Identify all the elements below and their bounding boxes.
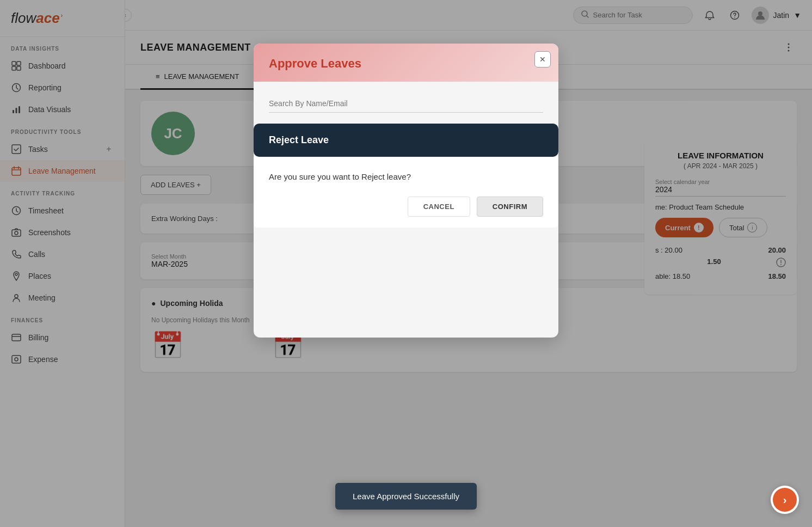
approve-modal-title: Approve Leaves [269, 57, 543, 71]
confirm-button[interactable]: CONFIRM [477, 197, 543, 217]
flowace-fab[interactable]: › [771, 486, 799, 514]
modal-overlay: Approve Leaves ✕ Reject Leave Are you su… [0, 0, 812, 527]
confirm-question: Are you sure you want to Reject leave? [269, 172, 543, 181]
toast-notification: Leave Approved Successfully [335, 483, 477, 510]
approve-modal-body: Reject Leave Are you sure you want to Re… [254, 82, 558, 241]
flowace-fab-inner: › [773, 488, 797, 512]
confirm-buttons: CANCEL CONFIRM [269, 197, 543, 217]
cancel-button[interactable]: CANCEL [408, 197, 470, 217]
close-icon: ✕ [539, 55, 546, 64]
reject-modal: Reject Leave [254, 124, 558, 157]
flowace-fab-icon: › [783, 494, 787, 506]
reject-modal-title: Reject Leave [269, 134, 543, 146]
confirm-dialog: Are you sure you want to Reject leave? C… [254, 157, 558, 228]
toast-message: Leave Approved Successfully [353, 492, 459, 501]
approve-modal: Approve Leaves ✕ Reject Leave Are you su… [254, 44, 558, 338]
approve-modal-close-button[interactable]: ✕ [534, 51, 551, 68]
approve-modal-header: Approve Leaves ✕ [254, 44, 558, 82]
search-name-email-input[interactable] [269, 95, 543, 113]
